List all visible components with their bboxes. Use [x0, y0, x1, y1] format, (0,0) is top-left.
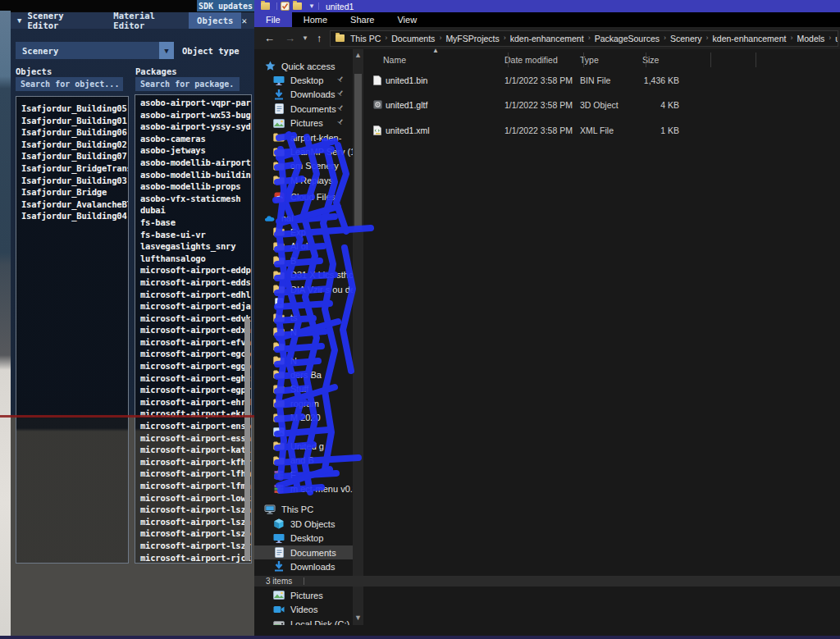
explorer-titlebar[interactable]: ▼ united1 [254, 0, 840, 12]
sidebar-item-leanmp-serv-1-[interactable]: LeanMP Serv (1) [254, 144, 353, 158]
sidebar-item-n[interactable]: N [254, 354, 353, 367]
sidebar-item-d31-x-lics-sthc-r[interactable]: D31 X Lics sthc R [254, 267, 353, 281]
breadcrumb-segment[interactable]: kden-enhancement [710, 34, 789, 43]
list-item[interactable]: asobo-modellib-airport- [135, 157, 251, 169]
column-divider[interactable] [583, 52, 584, 67]
column-header-size[interactable]: Size [642, 55, 707, 65]
list-item[interactable]: asobo-cameras [135, 133, 251, 145]
packages-scrollbar[interactable] [244, 318, 250, 561]
objects-search-input[interactable] [16, 77, 123, 91]
list-item[interactable]: microsoft-airport-edvk- [135, 313, 251, 325]
sidebar-item-m-2020[interactable]: M 2020 [254, 410, 353, 424]
file-row[interactable]: united1.bin1/1/2022 3:58 PMBIN File1,436… [372, 74, 831, 86]
list-item[interactable]: asobo-airport-vqpr-paro [135, 97, 251, 109]
menu-item-share[interactable]: Share [339, 12, 386, 27]
sidebar-item-downloads[interactable]: Downloads┸ [254, 88, 353, 102]
list-item[interactable]: asobo-modellib-building [135, 169, 251, 181]
sidebar-item-nal[interactable]: nal [254, 211, 353, 225]
list-item[interactable]: microsoft-airport-eggp- [135, 360, 251, 372]
list-item[interactable]: microsoft-airport-lszh- [135, 516, 251, 528]
list-item[interactable]: microsoft-airport-edds- [135, 276, 251, 289]
sidebar-item-stuff[interactable]: Stuff [254, 382, 353, 396]
recent-locations-chevron-icon[interactable]: ▼ [302, 34, 308, 42]
sidebar-item-redacted[interactable] [254, 296, 353, 310]
panel-collapse-icon[interactable]: ▼ [17, 16, 21, 25]
file-row[interactable]: united1.gltf1/1/2022 3:58 PM3D Object4 K… [372, 99, 831, 112]
column-header-type[interactable]: Type [580, 55, 642, 65]
list-item[interactable]: microsoft-airport-lfmn- [135, 480, 251, 492]
sidebar-item-3d-objects[interactable]: 3D Objects [254, 517, 353, 531]
breadcrumb-segment[interactable]: united1 [833, 34, 838, 43]
list-item[interactable]: Isafjordur_Building03 [16, 175, 128, 187]
list-item[interactable]: Isafjordur_Building05 [16, 103, 128, 115]
sidebar-item-cloud-files[interactable]: Cloud Files [254, 190, 353, 204]
address-bar[interactable]: This PC›Documents›MyFSProjects›kden-enha… [330, 30, 838, 47]
sidebar-item-f[interactable]: F [254, 468, 353, 482]
file-row[interactable]: united1.xml1/1/2022 3:58 PMXML File1 KB [372, 124, 831, 136]
list-item[interactable]: microsoft-airport-rjck- [135, 552, 251, 564]
sidebar-item-documents[interactable]: Documents┸ [254, 102, 353, 116]
customize-toolbar-chevron-icon[interactable]: ▼ [308, 2, 315, 10]
sidebar-item-desktop[interactable]: Desktop [254, 532, 353, 545]
list-item[interactable]: fs-base [135, 217, 251, 229]
sidebar-item-this-pc[interactable]: This PC [254, 503, 353, 517]
column-divider[interactable] [756, 52, 756, 67]
object-type-dropdown[interactable]: Scenery ▼ [16, 42, 174, 59]
list-item[interactable]: microsoft-airport-eghc- [135, 372, 251, 385]
list-item[interactable]: microsoft-airport-kfhr- [135, 456, 251, 468]
breadcrumb-segment[interactable]: Models [794, 34, 827, 43]
breadcrumb-segment[interactable]: PackageSources [592, 34, 662, 43]
tab-objects[interactable]: Objects [189, 12, 241, 29]
sidebar-scrollbar-thumb[interactable] [354, 74, 362, 230]
column-divider[interactable] [710, 52, 711, 67]
breadcrumb-segment[interactable]: Documents [389, 34, 437, 43]
sidebar-item-local-disk-c-[interactable]: Local Disk (C:) [254, 617, 353, 625]
sidebar-item-desktop[interactable]: Desktop┸ [254, 73, 353, 87]
list-item[interactable]: microsoft-airport-edja- [135, 300, 251, 313]
new-folder-icon[interactable] [293, 2, 302, 10]
list-item[interactable]: lasvegaslights_snry [135, 240, 251, 253]
chevron-down-icon[interactable]: ▼ [159, 42, 174, 59]
sidebar-item-dia-vzir-s-ou-de[interactable]: DIA Vzir s ou de [254, 282, 353, 296]
breadcrumb-segment[interactable]: MyFSProjects [443, 34, 501, 43]
list-item[interactable]: microsoft-airport-ehrd- [135, 396, 251, 409]
packages-search-input[interactable] [135, 77, 240, 91]
sidebar-item-redacted[interactable] [254, 425, 353, 439]
list-item[interactable]: Isafjordur_Building07 [16, 150, 128, 162]
column-header-date[interactable]: Date modified [504, 55, 580, 65]
sidebar-item-downloads[interactable]: Downloads [254, 559, 353, 573]
sidebar-item-airport-kden-[interactable]: airport-kden- [254, 130, 353, 144]
list-item[interactable]: microsoft-airport-egpr- [135, 384, 251, 396]
list-item[interactable]: asobo-vfx-staticmesh [135, 193, 251, 205]
list-item[interactable]: Isafjordur_Building02 [16, 139, 128, 151]
scroll-up-icon[interactable]: ▲ [354, 51, 362, 59]
list-item[interactable]: Isafjordur_AvalancheBlock [16, 199, 128, 211]
list-item[interactable]: microsoft-airport-lfhm- [135, 468, 251, 480]
list-item[interactable]: microsoft-airport-eddp- [135, 264, 251, 276]
list-item[interactable]: fs-base-ui-vr [135, 229, 251, 241]
list-item[interactable]: microsoft-airport-lsza- [135, 504, 251, 516]
list-item[interactable]: microsoft-airport-egcb- [135, 348, 251, 360]
list-item[interactable]: microsoft-airport-ensb- [135, 420, 251, 432]
list-item[interactable]: microsoft-airport-lszr- [135, 540, 251, 552]
sidebar-item-exp[interactable]: Exp [254, 225, 353, 239]
breadcrumb-segment[interactable]: This PC [348, 34, 383, 43]
list-item[interactable]: asobo-airport-wx53-buga [135, 109, 251, 121]
sdk-updates-menu-item[interactable]: SDK updates [197, 0, 254, 11]
list-item[interactable]: microsoft-airport-ekrn- [135, 408, 251, 420]
sidebar-item-quick-access[interactable]: Quick access [254, 59, 353, 73]
close-icon[interactable]: ✕ [241, 16, 247, 26]
menu-item-home[interactable]: Home [292, 12, 339, 27]
breadcrumb-segment[interactable]: kden-enhancement [508, 34, 587, 43]
list-item[interactable]: microsoft-airport-lszo- [135, 527, 251, 540]
list-item[interactable]: microsoft-airport-edxh- [135, 324, 251, 336]
list-item[interactable]: Isafjordur_Building06 [16, 126, 128, 139]
column-divider[interactable] [646, 52, 646, 67]
menu-item-file[interactable]: File [254, 12, 292, 27]
menu-item-view[interactable]: View [386, 12, 428, 27]
sidebar-item-rogram[interactable]: rogram [254, 396, 353, 410]
list-item[interactable]: Isafjordur_Building04 [16, 210, 128, 222]
list-item[interactable]: asobo-airport-yssy-sydn [135, 121, 251, 133]
list-item[interactable]: Isafjordur_Bridge [16, 186, 128, 199]
forward-icon[interactable]: → [285, 32, 295, 44]
